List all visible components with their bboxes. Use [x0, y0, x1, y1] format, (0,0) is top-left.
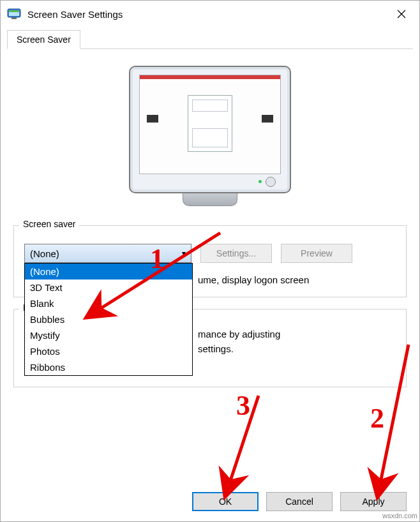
svg-rect-3: [11, 17, 17, 19]
dropdown-selected: (None): [30, 248, 59, 259]
preview-button[interactable]: Preview: [281, 244, 352, 263]
watermark: wsxdn.com: [382, 512, 417, 519]
titlebar: Screen Saver Settings: [1, 1, 419, 27]
option-ribbons[interactable]: Ribbons: [25, 359, 192, 375]
monitor-icon: [7, 8, 21, 20]
settings-button[interactable]: Settings...: [200, 244, 272, 263]
power-line-b: settings.: [198, 343, 234, 354]
option-photos[interactable]: Photos: [25, 343, 192, 359]
button-bar: OK Cancel Apply: [1, 484, 419, 521]
option-none[interactable]: (None): [25, 264, 192, 280]
tab-row: Screen Saver: [7, 30, 413, 49]
screensaver-settings-window: Screen Saver Settings Screen Saver: [0, 0, 420, 522]
svg-rect-2: [9, 10, 19, 12]
screensaver-dropdown[interactable]: (None) ▾ (None) 3D Text Blank Bubbles My…: [24, 244, 191, 263]
dropdown-list: (None) 3D Text Blank Bubbles Mystify Pho…: [24, 263, 193, 376]
tab-screensaver[interactable]: Screen Saver: [7, 30, 80, 49]
preview-area: [13, 56, 407, 221]
screensaver-group: Screen saver (None) ▾ (None) 3D Text Bla…: [13, 225, 407, 297]
cancel-button[interactable]: Cancel: [266, 492, 333, 511]
window-title: Screen Saver Settings: [27, 9, 386, 20]
power-line-a: mance by adjusting: [198, 329, 280, 339]
option-3dtext[interactable]: 3D Text: [25, 280, 192, 295]
option-mystify[interactable]: Mystify: [25, 327, 192, 343]
option-bubbles[interactable]: Bubbles: [25, 311, 192, 327]
chevron-down-icon: ▾: [182, 249, 186, 258]
apply-button[interactable]: Apply: [340, 492, 407, 511]
ok-button[interactable]: OK: [192, 492, 259, 511]
screensaver-legend: Screen saver: [19, 219, 79, 229]
option-blank[interactable]: Blank: [25, 295, 192, 311]
client-area: Screen saver (None) ▾ (None) 3D Text Bla…: [1, 49, 419, 484]
monitor-preview: [129, 66, 291, 206]
close-button[interactable]: [386, 3, 417, 26]
